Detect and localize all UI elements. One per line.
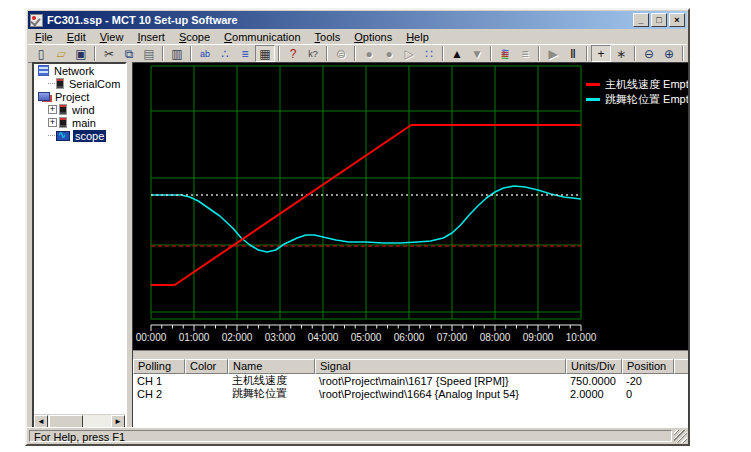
parameter-grid-button[interactable]: ▦ — [255, 45, 275, 62]
legend-item: 跳舞轮位置 Empty — [586, 92, 689, 107]
serialcom-icon — [56, 78, 64, 89]
cell-position: -20 — [622, 375, 674, 387]
menu-communication[interactable]: Communication — [217, 30, 307, 44]
column-header-polling[interactable]: Polling — [133, 359, 185, 374]
sidebar-item-main[interactable]: +main — [34, 116, 125, 129]
time-label: 09:000 — [518, 332, 558, 343]
copy-button[interactable]: ⧉ — [119, 45, 139, 62]
channel-row[interactable]: CH 1主机线速度\root\Project\main\1617 {Speed … — [133, 374, 689, 387]
sidebar-item-serialcom[interactable]: SerialCom — [34, 77, 125, 90]
column-header-color[interactable]: Color — [185, 359, 228, 374]
play-button[interactable]: ▶ — [543, 45, 563, 62]
time-label: 06:000 — [389, 332, 429, 343]
context-help-button[interactable]: k? — [303, 45, 323, 62]
time-label: 03:000 — [260, 332, 300, 343]
save-button[interactable]: ▣ — [71, 45, 91, 62]
cell-signal: \root\Project\wind\1664 {Analog Input 54… — [315, 388, 566, 400]
project-tree: NetworkSerialComProject+wind+mainscope ◄… — [32, 62, 127, 430]
cell-signal: \root\Project\main\1617 {Speed [RPM]} — [315, 375, 566, 387]
menu-options[interactable]: Options — [347, 30, 399, 44]
menu-view[interactable]: View — [93, 30, 131, 44]
cell-channel: CH 2 — [133, 388, 185, 400]
poll-network-button[interactable]: ∷ — [419, 45, 439, 62]
network-scan-button[interactable]: ∴ — [215, 45, 235, 62]
scope-icon — [56, 131, 70, 141]
legend-item: 主机线速度 Empty — [586, 77, 689, 92]
menu-edit[interactable]: Edit — [60, 30, 93, 44]
resize-grip[interactable] — [674, 430, 687, 443]
paste-button[interactable]: ▤ — [139, 45, 159, 62]
column-header-signal[interactable]: Signal — [315, 359, 566, 374]
scope-view: 主机线速度 Empty跳舞轮位置 Empty 00:00001:00002:00… — [132, 62, 689, 428]
expand-toggle[interactable]: + — [48, 105, 57, 114]
time-label: 07:000 — [432, 332, 472, 343]
comm-settings-button[interactable]: ab — [195, 45, 215, 62]
tree-guide-line — [48, 83, 55, 84]
cut-button[interactable]: ✂ — [99, 45, 119, 62]
zoom-out-button[interactable]: ⊖ — [639, 45, 659, 62]
show-list-button[interactable]: ≡ — [515, 45, 535, 62]
cell-channel: CH 1 — [133, 375, 185, 387]
close-button[interactable]: × — [669, 13, 685, 27]
menu-insert[interactable]: Insert — [130, 30, 172, 44]
channel-row[interactable]: CH 2跳舞轮位置\root\Project\wind\1664 {Analog… — [133, 387, 689, 400]
time-label: 00:000 — [132, 332, 171, 343]
zoom-in-button[interactable]: ⊕ — [659, 45, 679, 62]
channel-table-header: PollingColorNameSignalUnits/DivPosition — [133, 359, 689, 374]
time-label: 01:000 — [174, 332, 214, 343]
move-up-button[interactable]: ▲ — [447, 45, 467, 62]
write-to-drive-button[interactable]: ▷ — [399, 45, 419, 62]
crosshair-tool-button[interactable]: + — [591, 45, 611, 62]
connect-drive-button[interactable]: ⊜ — [331, 45, 351, 62]
tree-guide-line — [48, 135, 55, 136]
time-label: 10:000 — [561, 332, 601, 343]
toolbar-separator — [586, 46, 588, 61]
toolbar-separator — [490, 46, 492, 61]
move-down-button[interactable]: ▼ — [467, 45, 487, 62]
legend-color-dash — [586, 98, 600, 101]
tree-horizontal-scrollbar[interactable]: ◄ ► — [34, 414, 125, 428]
chart-table-separator — [133, 350, 689, 359]
menu-help[interactable]: Help — [399, 30, 436, 44]
parameter-list-button[interactable]: ≡ — [235, 45, 255, 62]
print-button[interactable]: ▥ — [167, 45, 187, 62]
toolbar-separator — [442, 46, 444, 61]
tree-item-label: SerialCom — [67, 78, 122, 90]
sidebar-item-network[interactable]: Network — [34, 64, 125, 77]
scope-chart[interactable]: 主机线速度 Empty跳舞轮位置 Empty 00:00001:00002:00… — [133, 63, 689, 350]
sidebar-item-scope[interactable]: scope — [34, 129, 125, 142]
minimize-button[interactable]: _ — [633, 13, 649, 27]
sidebar-item-project[interactable]: Project — [34, 90, 125, 103]
maximize-button[interactable]: □ — [651, 13, 667, 27]
title-bar[interactable]: FC301.ssp - MCT 10 Set-up Software _ □ × — [28, 11, 687, 29]
drive-icon — [59, 104, 67, 115]
column-header-blank[interactable] — [674, 359, 689, 374]
toolbar-separator — [682, 46, 684, 61]
column-header-position[interactable]: Position — [622, 359, 674, 374]
legend-label: 跳舞轮位置 Empty — [605, 92, 689, 107]
help-button[interactable]: ? — [283, 45, 303, 62]
star-tool-button[interactable]: ∗ — [611, 45, 631, 62]
column-header-name[interactable]: Name — [228, 359, 315, 374]
tree-item-label: main — [70, 117, 98, 129]
expand-toggle[interactable]: + — [48, 118, 57, 127]
open-button[interactable]: ▱ — [51, 45, 71, 62]
tree-item-label: wind — [70, 104, 97, 116]
column-header-unitsdiv[interactable]: Units/Div — [566, 359, 622, 374]
desktop: FC301.ssp - MCT 10 Set-up Software _ □ ×… — [0, 0, 751, 452]
window-title: FC301.ssp - MCT 10 Set-up Software — [47, 14, 633, 26]
menu-tools[interactable]: Tools — [308, 30, 348, 44]
menu-scope[interactable]: Scope — [172, 30, 217, 44]
chart-legend: 主机线速度 Empty跳舞轮位置 Empty — [586, 77, 689, 107]
sidebar-item-wind[interactable]: +wind — [34, 103, 125, 116]
menu-file[interactable]: File — [28, 30, 60, 44]
status-message: For Help, press F1 — [29, 430, 672, 442]
record-button[interactable]: ● — [379, 45, 399, 62]
pause-button[interactable]: Ⅱ — [563, 45, 583, 62]
tree-item-label: scope — [73, 130, 106, 142]
project-icon — [38, 92, 50, 101]
toolbar-separator — [354, 46, 356, 61]
stop-comm-button[interactable]: ● — [359, 45, 379, 62]
show-traces-button[interactable]: ≋ — [495, 45, 515, 62]
new-button[interactable]: ▯ — [31, 45, 51, 62]
